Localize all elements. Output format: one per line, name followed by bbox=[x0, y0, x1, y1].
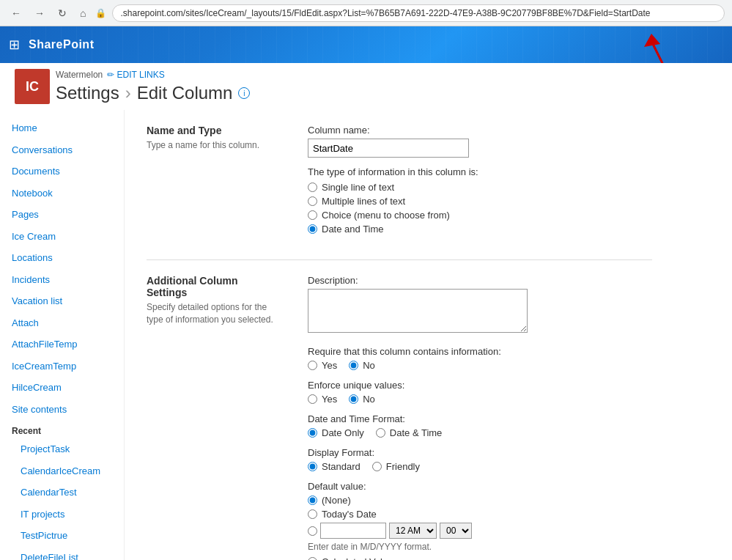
name-type-section: Name and Type Type a name for this colum… bbox=[147, 125, 652, 237]
type-question: The type of information in this column i… bbox=[308, 166, 652, 177]
type-option-multiple: Multiple lines of text bbox=[308, 196, 652, 207]
sidebar-item-attachfiletemp[interactable]: AttachFileTemp bbox=[0, 334, 124, 355]
sidebar-item-vacationlist[interactable]: Vacation list bbox=[0, 290, 124, 312]
annotation-arrow bbox=[629, 26, 717, 63]
display-format-standard: Standard bbox=[308, 461, 361, 472]
default-option-custom: 12 AM 1 AM 00 15 30 bbox=[308, 523, 652, 539]
require-label: Require that this column contains inform… bbox=[308, 346, 652, 357]
sidebar-item-projecttask[interactable]: ProjectTask bbox=[0, 438, 124, 460]
unique-label-yes: Yes bbox=[322, 394, 337, 405]
sidebar-item-pages[interactable]: Pages bbox=[0, 204, 124, 226]
type-radio-choice[interactable] bbox=[308, 210, 317, 220]
sidebar-item-attach[interactable]: Attach bbox=[0, 312, 124, 334]
description-textarea[interactable] bbox=[308, 289, 528, 333]
display-radio-friendly[interactable] bbox=[372, 462, 382, 471]
section-divider bbox=[147, 259, 652, 260]
name-type-description: Type a name for this column. bbox=[147, 139, 278, 152]
type-radio-datetime[interactable] bbox=[308, 224, 317, 234]
require-radio-yes[interactable] bbox=[308, 361, 317, 370]
datetime-format-label: Date and Time Format: bbox=[308, 413, 652, 424]
description-label: Description: bbox=[308, 275, 652, 286]
url-bar[interactable] bbox=[112, 4, 725, 22]
additional-description: Specify detailed options for the type of… bbox=[147, 301, 278, 326]
breadcrumb-separator: › bbox=[125, 83, 131, 103]
main-layout: Home Conversations Documents Notebook Pa… bbox=[0, 110, 732, 560]
additional-heading: Additional Column Settings bbox=[147, 275, 278, 298]
name-type-content: Column name: The type of information in … bbox=[308, 125, 652, 237]
datetime-radio-dateonly[interactable] bbox=[308, 428, 317, 438]
type-option-datetime: Date and Time bbox=[308, 224, 652, 235]
type-radio-group: The type of information in this column i… bbox=[308, 166, 652, 235]
info-icon[interactable]: i bbox=[238, 87, 250, 99]
sidebar-item-calendaricecream[interactable]: CalendarIceCream bbox=[0, 460, 124, 482]
name-type-label-col: Name and Type Type a name for this colum… bbox=[147, 125, 278, 237]
default-value-label: Default value: bbox=[308, 481, 652, 492]
default-radio-none[interactable] bbox=[308, 495, 317, 505]
default-radio-calculated[interactable] bbox=[308, 557, 317, 560]
type-label-multiple: Multiple lines of text bbox=[322, 196, 405, 207]
sidebar-item-locations[interactable]: Locations bbox=[0, 247, 124, 269]
unique-radio-yes[interactable] bbox=[308, 394, 317, 404]
default-radio-today[interactable] bbox=[308, 509, 317, 519]
name-type-heading: Name and Type bbox=[147, 125, 278, 136]
site-icon: IC bbox=[15, 69, 50, 104]
home-button[interactable]: ⌂ bbox=[76, 6, 89, 21]
additional-content: Description: Require that this column co… bbox=[308, 275, 652, 560]
sidebar-item-notebook[interactable]: Notebook bbox=[0, 183, 124, 205]
sidebar-item-calendartest[interactable]: CalendarTest bbox=[0, 482, 124, 504]
datetime-radio-datetime[interactable] bbox=[376, 428, 385, 438]
datetime-label-datetime: Date & Time bbox=[390, 427, 443, 438]
sidebar-item-deletefilelist[interactable]: DeleteFileList bbox=[0, 547, 124, 561]
type-radio-multiple[interactable] bbox=[308, 196, 317, 206]
default-option-none: (None) bbox=[308, 495, 652, 506]
display-format-friendly: Friendly bbox=[372, 461, 420, 472]
default-value-input[interactable] bbox=[320, 523, 386, 539]
display-format-label: Display Format: bbox=[308, 447, 652, 458]
sidebar-item-icecreamtemp[interactable]: IceCreamTemp bbox=[0, 355, 124, 377]
unique-option-yes: Yes bbox=[308, 394, 337, 405]
minute-select[interactable]: 00 15 30 bbox=[440, 523, 472, 539]
column-name-label: Column name: bbox=[308, 125, 652, 136]
require-label-no: No bbox=[363, 360, 375, 371]
sidebar-item-sitecontents[interactable]: Site contents bbox=[0, 399, 124, 421]
date-format-note: Enter date in M/D/YYYY format. bbox=[308, 542, 652, 552]
sidebar-item-hilcecream[interactable]: HilceCream bbox=[0, 377, 124, 399]
default-label-none: (None) bbox=[322, 495, 351, 506]
datetime-format-dateonly: Date Only bbox=[308, 427, 364, 438]
default-option-calculated: Calculated Value: bbox=[308, 556, 652, 560]
require-radio-group: Yes No bbox=[308, 360, 652, 374]
sp-header: ⊞ SharePoint bbox=[0, 26, 732, 63]
default-label-calculated: Calculated Value: bbox=[322, 556, 396, 560]
datetime-label-dateonly: Date Only bbox=[322, 427, 364, 438]
waffle-icon[interactable]: ⊞ bbox=[9, 37, 20, 53]
sidebar: Home Conversations Documents Notebook Pa… bbox=[0, 110, 125, 560]
type-option-choice: Choice (menu to choose from) bbox=[308, 210, 652, 221]
type-radio-single[interactable] bbox=[308, 183, 317, 192]
edit-links-button[interactable]: ✏ EDIT LINKS bbox=[107, 70, 164, 80]
datetime-format-datetime: Date & Time bbox=[376, 427, 443, 438]
require-radio-no[interactable] bbox=[349, 361, 358, 370]
refresh-button[interactable]: ↻ bbox=[54, 6, 70, 21]
sidebar-item-icecream[interactable]: Ice Cream bbox=[0, 226, 124, 248]
title-settings: Settings bbox=[56, 83, 119, 103]
time-select[interactable]: 12 AM 1 AM bbox=[389, 523, 437, 539]
sidebar-item-documents[interactable]: Documents bbox=[0, 161, 124, 183]
display-radio-standard[interactable] bbox=[308, 462, 317, 471]
sidebar-item-incidents[interactable]: Incidents bbox=[0, 269, 124, 291]
default-radio-custom[interactable] bbox=[308, 526, 317, 536]
forward-button[interactable]: → bbox=[31, 6, 48, 21]
datetime-format-radio-group: Date Only Date & Time bbox=[308, 427, 652, 441]
sidebar-item-testpictrue[interactable]: TestPictrue bbox=[0, 525, 124, 547]
display-label-friendly: Friendly bbox=[386, 461, 420, 472]
unique-radio-no[interactable] bbox=[349, 394, 358, 404]
lock-icon: 🔒 bbox=[95, 8, 106, 18]
org-label: Watermelon bbox=[56, 70, 103, 80]
column-name-input[interactable] bbox=[308, 139, 469, 158]
type-label-datetime: Date and Time bbox=[322, 224, 384, 235]
sidebar-item-itprojects[interactable]: IT projects bbox=[0, 504, 124, 526]
unique-option-no: No bbox=[349, 394, 375, 405]
sidebar-item-conversations[interactable]: Conversations bbox=[0, 139, 124, 161]
additional-label-col: Additional Column Settings Specify detai… bbox=[147, 275, 278, 560]
sidebar-item-home[interactable]: Home bbox=[0, 117, 124, 139]
back-button[interactable]: ← bbox=[7, 6, 25, 21]
